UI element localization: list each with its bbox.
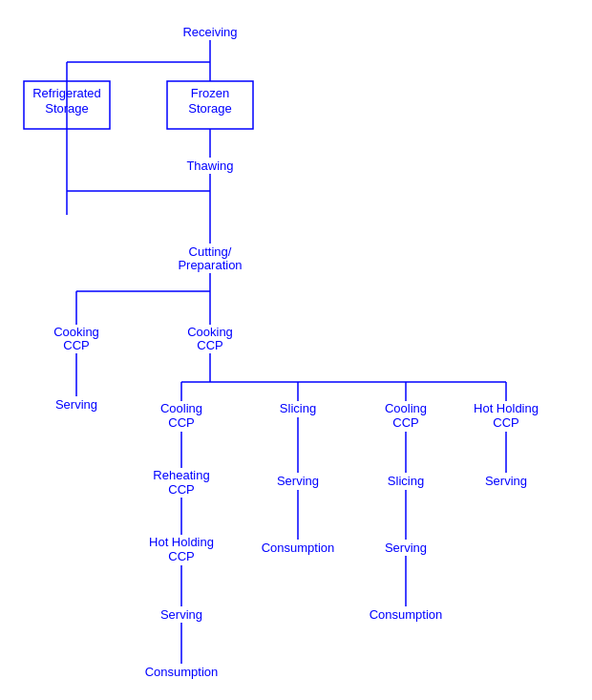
node-cooling-ccp-2: Cooling	[385, 401, 427, 415]
node-thawing: Thawing	[186, 159, 233, 173]
node-cooling-ccp-1-2: CCP	[168, 415, 194, 430]
node-slicing-2: Slicing	[388, 474, 424, 488]
node-cooling-ccp-2-2: CCP	[392, 415, 418, 430]
node-consumption-2: Consumption	[370, 607, 443, 622]
node-hot-holding-ccp-1: Hot Holding	[474, 401, 539, 415]
node-cutting-prep-2: Preparation	[178, 258, 242, 272]
node-serving-left: Serving	[55, 397, 97, 412]
node-cooking-ccp-left: Cooking	[53, 325, 99, 339]
node-hot-holding-ccp-2-2: CCP	[168, 549, 194, 563]
node-serving-3: Serving	[385, 541, 427, 555]
node-reheating-ccp-2: CCP	[168, 482, 194, 497]
flow-diagram: Receiving Refrigerated Storage Frozen St…	[0, 0, 592, 700]
node-hot-holding-ccp-1-2: CCP	[493, 415, 518, 430]
node-receiving: Receiving	[182, 25, 237, 39]
node-hot-holding-ccp-2: Hot Holding	[149, 535, 214, 549]
node-frozen-storage-2: Storage	[188, 101, 232, 116]
node-cooking-ccp-right-2: CCP	[197, 338, 222, 352]
node-refrigerated-storage-2: Storage	[45, 101, 89, 116]
node-cutting-prep: Cutting/	[189, 244, 232, 259]
node-serving-4: Serving	[160, 607, 202, 622]
node-frozen-storage: Frozen	[191, 86, 229, 100]
node-serving-2: Serving	[277, 474, 319, 488]
node-slicing-1: Slicing	[280, 401, 316, 415]
node-cooling-ccp-1: Cooling	[160, 401, 202, 415]
node-refrigerated-storage: Refrigerated	[32, 86, 101, 100]
node-serving-5: Serving	[485, 474, 527, 488]
node-cooking-ccp-right: Cooking	[187, 325, 233, 339]
node-cooking-ccp-left-2: CCP	[63, 338, 89, 352]
node-reheating-ccp: Reheating	[153, 468, 209, 482]
node-consumption-1: Consumption	[262, 541, 335, 555]
node-consumption-3: Consumption	[145, 665, 219, 679]
